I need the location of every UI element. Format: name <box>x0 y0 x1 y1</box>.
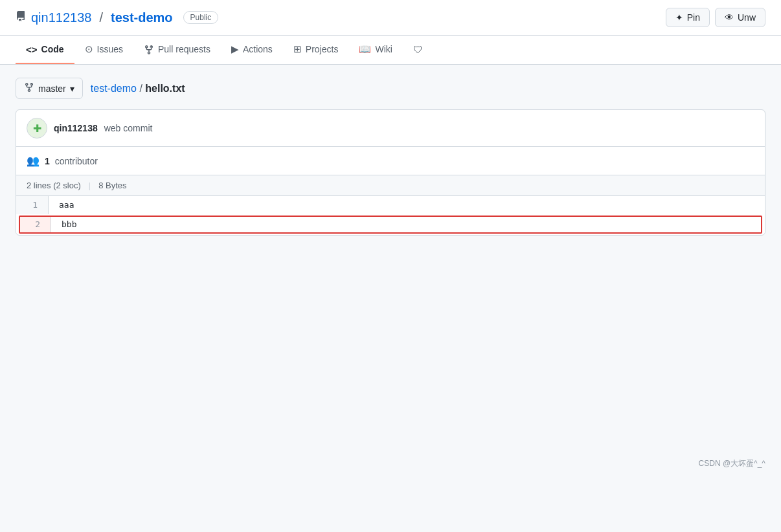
breadcrumb-path: test-demo / hello.txt <box>91 83 185 94</box>
file-meta-bar: 2 lines (2 sloc) | 8 Bytes <box>16 175 765 196</box>
repo-owner-link[interactable]: qin112138 <box>31 10 91 25</box>
public-badge: Public <box>183 11 219 24</box>
main-content: master ▾ test-demo / hello.txt ✚ qin1121… <box>0 65 781 453</box>
contributor-label: contributor <box>55 156 98 166</box>
top-bar: qin112138 / test-demo Public ✦ Pin 👁 Unw <box>0 0 781 36</box>
tab-security[interactable]: 🛡 <box>403 36 433 64</box>
tab-pull-requests[interactable]: Pull requests <box>133 36 221 64</box>
tab-actions-label: Actions <box>243 44 273 54</box>
code-icon: <> <box>26 44 38 55</box>
repo-separator: / <box>99 10 103 25</box>
branch-icon <box>24 82 34 94</box>
watermark: CSDN @大坏蛋^_^ <box>0 453 781 474</box>
watermark-text: CSDN @大坏蛋^_^ <box>699 459 765 468</box>
pr-icon <box>144 43 154 55</box>
line-content-2: bbb <box>51 216 762 234</box>
eye-icon: 👁 <box>725 12 734 23</box>
contributor-row: 👥 1 contributor <box>16 147 765 175</box>
repo-icon <box>16 11 26 25</box>
contributors-icon: 👥 <box>27 155 40 167</box>
line-number-1: 1 <box>16 196 49 214</box>
actions-icon: ▶ <box>231 43 239 55</box>
commit-message: web commit <box>104 123 153 133</box>
pin-button[interactable]: ✦ Pin <box>666 8 710 27</box>
tab-pr-label: Pull requests <box>158 44 210 54</box>
code-line-1: 1 aaa <box>16 196 765 214</box>
tab-issues[interactable]: ⊙ Issues <box>74 36 133 64</box>
file-container: ✚ qin112138 web commit 👥 1 contributor 2… <box>16 109 765 236</box>
tab-wiki[interactable]: 📖 Wiki <box>348 36 402 64</box>
unwatch-label: Unw <box>738 12 756 23</box>
projects-icon: ⊞ <box>293 43 302 55</box>
pin-label: Pin <box>687 12 700 23</box>
tab-projects-label: Projects <box>306 44 339 54</box>
issues-icon: ⊙ <box>85 43 93 55</box>
unwatch-button[interactable]: 👁 Unw <box>715 8 765 27</box>
tab-wiki-label: Wiki <box>375 44 392 54</box>
repo-title: qin112138 / test-demo Public <box>16 10 218 25</box>
pin-icon: ✦ <box>675 12 683 23</box>
code-line-2: 2 bbb <box>19 216 762 234</box>
tab-code-label: Code <box>41 44 64 54</box>
contributor-count: 1 <box>45 156 50 166</box>
file-content: 1 aaa 2 bbb <box>16 196 765 234</box>
file-meta-divider: | <box>89 181 91 190</box>
tab-actions[interactable]: ▶ Actions <box>221 36 283 64</box>
avatar: ✚ <box>27 118 47 139</box>
nav-tabs: <> Code ⊙ Issues Pull requests ▶ Actions… <box>0 36 781 65</box>
branch-selector[interactable]: master ▾ <box>16 78 83 99</box>
tab-issues-label: Issues <box>97 44 123 54</box>
breadcrumb-filename: hello.txt <box>145 83 185 94</box>
tab-projects[interactable]: ⊞ Projects <box>283 36 349 64</box>
branch-name: master <box>38 83 66 94</box>
repo-name-link[interactable]: test-demo <box>111 10 173 25</box>
file-size: 8 Bytes <box>98 181 126 190</box>
breadcrumb-repo-link[interactable]: test-demo <box>91 83 137 94</box>
commit-info: ✚ qin112138 web commit <box>16 110 765 147</box>
wiki-icon: 📖 <box>359 43 371 55</box>
breadcrumb-separator: / <box>139 83 145 94</box>
file-lines-info: 2 lines (2 sloc) <box>27 181 81 190</box>
chevron-down-icon: ▾ <box>70 83 74 94</box>
line-content-1: aaa <box>49 196 765 214</box>
commit-author: qin112138 <box>54 123 98 133</box>
top-actions: ✦ Pin 👁 Unw <box>666 8 765 27</box>
line-number-2: 2 <box>19 216 51 234</box>
breadcrumb-row: master ▾ test-demo / hello.txt <box>16 78 765 99</box>
security-icon: 🛡 <box>413 44 423 55</box>
tab-code[interactable]: <> Code <box>16 36 74 64</box>
